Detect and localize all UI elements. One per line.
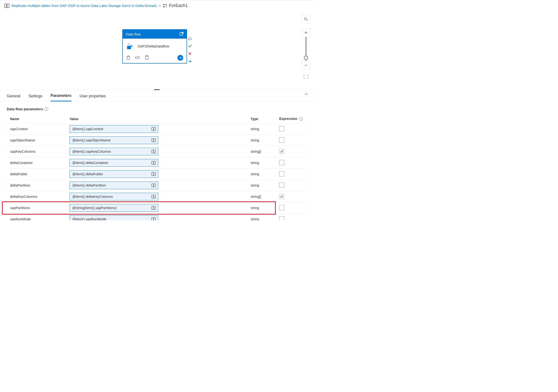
- param-value-text: @item().sapContext: [72, 127, 103, 131]
- delete-icon[interactable]: [126, 55, 131, 61]
- col-header-expression: Expression i: [276, 114, 307, 123]
- svg-rect-19: [152, 161, 153, 165]
- param-value-input[interactable]: @item().deltaFolder: [70, 170, 158, 178]
- tab-settings[interactable]: Settings: [28, 94, 43, 101]
- activity-name: SAP2DeltaDataflow: [138, 44, 169, 48]
- search-icon[interactable]: [302, 15, 310, 24]
- param-type: string: [247, 135, 276, 146]
- zoom-out-icon[interactable]: [302, 61, 310, 70]
- param-type: string[]: [247, 146, 276, 157]
- run-icon[interactable]: [177, 55, 183, 61]
- svg-rect-1: [7, 4, 9, 8]
- expression-builder-icon[interactable]: [151, 172, 156, 176]
- param-type: string: [247, 214, 276, 221]
- connector-retry-icon[interactable]: [188, 36, 192, 41]
- param-value-cell: @item().sapObjectName: [66, 135, 247, 146]
- expression-checkbox[interactable]: [279, 137, 284, 143]
- expression-builder-icon[interactable]: [151, 161, 156, 165]
- table-row: sapContext@item().sapContextstring: [7, 123, 307, 135]
- expression-checkbox[interactable]: [279, 183, 284, 188]
- svg-rect-25: [152, 195, 153, 198]
- activity-connectors: [188, 36, 192, 64]
- svg-rect-16: [154, 139, 156, 142]
- expression-builder-icon[interactable]: [151, 195, 156, 199]
- param-expression-cell: [276, 214, 307, 221]
- breadcrumb: Replicate multiple tables from SAP ODP t…: [0, 0, 314, 11]
- zoom-track[interactable]: [305, 37, 306, 61]
- zoom-slider[interactable]: [302, 28, 310, 70]
- svg-marker-9: [131, 44, 133, 47]
- param-expression-cell: [276, 157, 307, 169]
- dataflow-activity-card[interactable]: Data flow SAP2DeltaDataflow: [122, 29, 187, 63]
- param-expression-cell: [276, 135, 307, 146]
- param-value-input[interactable]: @item().deltaContainer: [70, 159, 158, 167]
- code-icon[interactable]: [135, 55, 140, 61]
- param-value-cell: @item().deltaKeyColumns: [66, 191, 247, 202]
- param-value-text: @item().deltaFolder: [72, 172, 103, 176]
- param-value-input[interactable]: @item().sapObjectName: [70, 136, 158, 144]
- param-value-text: @item().deltaKeyColumns: [72, 195, 113, 199]
- zoom-thumb[interactable]: [304, 56, 308, 60]
- info-icon[interactable]: i: [299, 117, 303, 121]
- table-row: sapKeyColumns@item().sapKeyColumnsstring…: [7, 146, 307, 157]
- param-value-cell: @item().sapKeyColumns: [66, 146, 247, 157]
- table-row: deltaPartition@item().deltaPartitionstri…: [7, 180, 307, 191]
- svg-rect-26: [154, 195, 156, 198]
- param-name: sapKeyColumns: [7, 146, 66, 157]
- param-value-input[interactable]: @item().sapKeyColumns: [70, 148, 158, 155]
- param-value-text: @string(item().sapPartitions): [72, 206, 117, 210]
- param-name: sapObjectName: [7, 135, 66, 146]
- activity-card-header: Data flow: [123, 30, 187, 39]
- svg-marker-7: [129, 44, 130, 45]
- expression-checkbox[interactable]: [279, 216, 284, 221]
- info-icon[interactable]: i: [45, 107, 48, 111]
- svg-rect-17: [152, 150, 153, 153]
- param-type: string: [247, 123, 276, 135]
- expression-checkbox[interactable]: [279, 171, 284, 176]
- expression-builder-icon[interactable]: [151, 150, 156, 153]
- param-expression-cell: [276, 169, 307, 180]
- svg-rect-13: [152, 127, 153, 131]
- expression-builder-icon[interactable]: [151, 127, 156, 131]
- param-value-input[interactable]: @item().deltaKeyColumns: [70, 193, 158, 200]
- param-value-cell: @item().sapRunMode: [66, 214, 247, 221]
- param-name: sapPartitions: [7, 202, 66, 214]
- open-external-icon[interactable]: [179, 32, 184, 37]
- param-value-input[interactable]: @item().sapContext: [70, 125, 158, 133]
- svg-rect-18: [154, 150, 156, 153]
- fit-screen-icon[interactable]: [302, 73, 310, 80]
- canvas[interactable]: Data flow SAP2DeltaDataflow: [0, 11, 314, 90]
- svg-rect-20: [154, 161, 156, 165]
- expression-checkbox[interactable]: [279, 126, 284, 131]
- tab-parameters[interactable]: Parameters: [51, 94, 71, 101]
- param-expression-cell: [276, 191, 307, 202]
- expression-checkbox[interactable]: [279, 160, 284, 165]
- expression-builder-icon[interactable]: [151, 206, 156, 210]
- col-header-type: Type: [247, 114, 276, 123]
- connector-fail-icon[interactable]: [188, 51, 192, 56]
- connector-success-icon[interactable]: [188, 44, 192, 48]
- collapse-panel-icon[interactable]: [304, 93, 308, 96]
- param-type: string: [247, 180, 276, 191]
- expression-builder-icon[interactable]: [151, 183, 156, 187]
- tab-user-properties[interactable]: User properties: [80, 94, 106, 101]
- copy-icon[interactable]: [144, 55, 149, 61]
- activity-type-label: Data flow: [126, 32, 141, 36]
- param-value-input[interactable]: @item().sapRunMode: [70, 215, 158, 220]
- breadcrumb-current: ForEach1: [169, 3, 188, 8]
- expression-builder-icon[interactable]: [151, 217, 156, 220]
- zoom-in-icon[interactable]: [302, 28, 310, 37]
- breadcrumb-link[interactable]: Replicate multiple tables from SAP ODP t…: [11, 4, 157, 8]
- svg-rect-27: [152, 206, 153, 209]
- expression-checkbox[interactable]: [279, 205, 284, 210]
- svg-rect-15: [152, 139, 153, 142]
- parameters-table: Name Value Type Expression i sapContext@…: [7, 114, 307, 220]
- expression-builder-icon[interactable]: [151, 138, 156, 142]
- svg-rect-29: [152, 218, 153, 220]
- connector-completion-icon[interactable]: [188, 59, 192, 64]
- svg-rect-24: [154, 184, 156, 187]
- param-value-input[interactable]: @item().deltaPartition: [70, 182, 158, 189]
- tab-general[interactable]: General: [7, 94, 20, 101]
- param-value-input[interactable]: @string(item().sapPartitions): [70, 204, 158, 212]
- table-row: sapObjectName@item().sapObjectNamestring: [7, 135, 307, 146]
